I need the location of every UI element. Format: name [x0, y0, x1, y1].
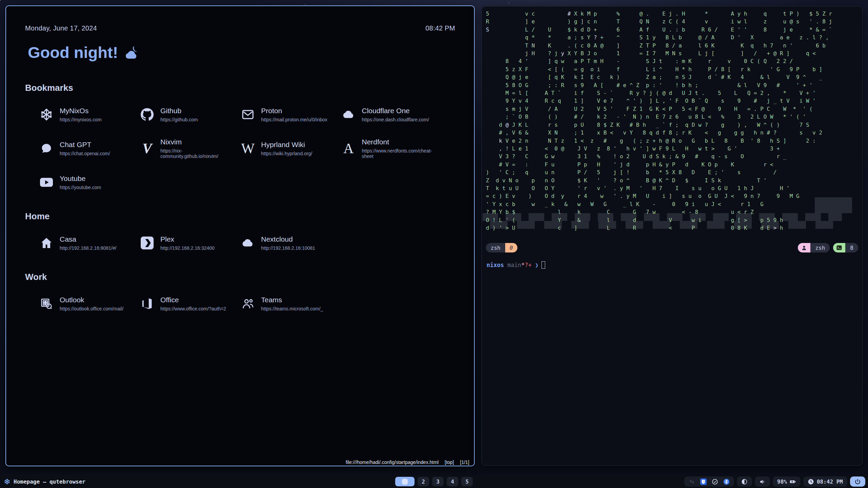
bookmark-url: http://192.168.2.16:8081/#/: [60, 245, 116, 251]
github-icon: [139, 107, 155, 122]
wallpaper-stars: [0, 0, 1, 1]
bluetooth-icon[interactable]: [723, 479, 730, 485]
wikipedia-icon: W: [240, 141, 256, 156]
clock-text: 08:42 PM: [817, 479, 843, 485]
bookmark-url: https://www.nerdfonts.com/cheat-sheet: [362, 148, 441, 159]
bookmark-url: https://youtube.com: [60, 185, 101, 190]
bookmark-link[interactable]: Outlook https://outlook.office.com/mail/: [39, 296, 139, 311]
section-title: Work: [25, 272, 455, 282]
bookmark-link[interactable]: Chat GPT https://chat.openai.com/: [39, 138, 139, 159]
bookmark-link[interactable]: A Nerdfont https://www.nerdfonts.com/che…: [341, 138, 441, 159]
volume-module[interactable]: [755, 476, 770, 487]
waybar-window-title: Homepage — qutebrowser: [14, 479, 85, 485]
startpage-section: Home Casa http://192.168.2.16:8081/#/ Pl…: [25, 211, 455, 251]
workspace-5[interactable]: 5: [461, 477, 473, 486]
battery-module[interactable]: 98%: [773, 476, 801, 487]
bookmark-url: http://192.168.2.16:10081: [261, 245, 315, 251]
terminal-icon: [836, 245, 842, 251]
outlook-icon: [39, 296, 54, 311]
section-title: Home: [25, 211, 455, 222]
workspace-3[interactable]: 3: [432, 477, 444, 486]
tmux-session-name[interactable]: zsh: [486, 243, 505, 252]
teams-icon: [240, 296, 256, 311]
bookmark-link[interactable]: Casa http://192.168.2.16:8081/#/: [39, 235, 139, 251]
youtube-icon: [39, 175, 54, 190]
bookmark-name: Teams: [261, 296, 323, 304]
section-title: Bookmarks: [25, 83, 455, 93]
prompt-host: nixos: [487, 262, 504, 268]
qutebrowser-statusbar: file:///home/hadi/.config/startpage/inde…: [346, 460, 469, 465]
bookmark-name: Nerdfont: [362, 138, 441, 146]
home-icon: [39, 235, 54, 251]
chat-bubble-icon: [39, 141, 54, 156]
startpage-date: Monday, June 17, 2024: [25, 24, 97, 32]
tmux-terminal-segment: [833, 243, 845, 252]
startpage-section: Bookmarks MyNixOs https://mynixos.com Gi…: [25, 83, 455, 190]
bookmark-name: Cloudflare One: [362, 107, 429, 115]
prompt-git-question: ?: [525, 262, 528, 268]
bookmark-name: MyNixOs: [60, 107, 102, 115]
bookmark-link[interactable]: V Nixvim https://nix-community.github.io…: [139, 138, 240, 159]
bookmark-link[interactable]: MyNixOs https://mynixos.com: [39, 107, 139, 122]
user-icon: [801, 245, 807, 251]
bookmark-name: Casa: [60, 235, 116, 243]
cloud-icon: [240, 235, 256, 251]
workspace-1-active[interactable]: [395, 477, 415, 486]
bookmark-name: Youtube: [60, 175, 101, 183]
tmux-window-count: 8: [845, 243, 858, 252]
power-icon: [854, 479, 861, 485]
greeting: Good night!: [28, 43, 455, 62]
bitwarden-icon[interactable]: [700, 479, 707, 485]
prompt-git-plus: +: [528, 262, 532, 268]
bookmark-name: Nextcloud: [261, 235, 315, 243]
workspace-2[interactable]: 2: [418, 477, 429, 486]
tmux-window-index[interactable]: 0: [505, 243, 517, 252]
bookmark-url: https://nix-community.github.io/nixvim/: [160, 148, 240, 159]
link-grid: MyNixOs https://mynixos.com Github https…: [39, 107, 455, 190]
bookmark-link[interactable]: Plex http://192.168.2.16:32400: [139, 235, 240, 251]
startpage-section: Work Outlook https://outlook.office.com/…: [25, 272, 455, 311]
tmux-user-segment: [798, 243, 810, 252]
bookmark-url: http://192.168.2.16:32400: [160, 245, 215, 251]
terminal-window: 5 v c # X k M p % @ . E j . H * A y h q …: [481, 6, 863, 466]
bookmark-link[interactable]: Nextcloud http://192.168.2.16:10081: [240, 235, 341, 251]
bookmark-link[interactable]: W Hyprland Wiki https://wiki.hyprland.or…: [240, 138, 341, 159]
bookmark-link[interactable]: Proton https://mail.proton.me/u/0/inbox: [240, 107, 341, 122]
bookmark-url: https://one.dash.cloudflare.com/: [362, 117, 429, 122]
waybar-window-title-module: Homepage — qutebrowser: [4, 479, 85, 485]
night-light-module[interactable]: [737, 476, 752, 487]
prompt-arrow: ❯: [535, 262, 538, 268]
kdeconnect-icon[interactable]: [689, 479, 695, 485]
moon-cloud-icon: [123, 46, 140, 59]
bookmark-url: https://outlook.office.com/mail/: [60, 306, 123, 311]
workspace-4[interactable]: 4: [447, 477, 458, 486]
greeting-text: Good night!: [28, 43, 118, 62]
mail-icon: [240, 107, 256, 122]
statusbar-scroll-position: [top]: [445, 460, 454, 465]
bookmark-url: https://www.office.com/?auth=2: [160, 306, 226, 311]
active-workspace-indicator: [402, 479, 408, 485]
bookmark-link[interactable]: Office https://www.office.com/?auth=2: [139, 296, 240, 311]
nixos-snowflake-icon: [39, 107, 54, 122]
bookmark-url: https://chat.openai.com/: [60, 151, 110, 156]
bookmark-link[interactable]: Cloudflare One https://one.dash.cloudfla…: [341, 107, 441, 122]
cloud-icon: [341, 107, 356, 122]
bookmark-link[interactable]: Github https://github.com: [139, 107, 240, 122]
vim-icon: V: [139, 141, 155, 156]
contrast-icon: [741, 479, 748, 485]
tmux-statusbar: zsh 0 zsh: [486, 243, 858, 253]
shell-prompt[interactable]: nixos main * ? + ❯: [487, 261, 545, 269]
bookmark-link[interactable]: Youtube https://youtube.com: [39, 175, 139, 190]
bookmark-name: Hyprland Wiki: [261, 141, 312, 149]
bookmark-name: Github: [160, 107, 198, 115]
startpage-sections: Bookmarks MyNixOs https://mynixos.com Gi…: [25, 83, 455, 311]
clock-module[interactable]: 08:42 PM: [803, 476, 847, 487]
bookmark-link[interactable]: Teams https://teams.microsoft.com/_: [240, 296, 341, 311]
bookmark-name: Chat GPT: [60, 141, 110, 149]
bookmark-url: https://mynixos.com: [60, 117, 102, 122]
bookmark-name: Nixvim: [160, 138, 240, 146]
battery-charging-icon: [790, 479, 796, 485]
tmux-shell-label: zsh: [810, 243, 830, 252]
check-circle-icon[interactable]: [712, 479, 718, 485]
power-button[interactable]: [850, 476, 865, 487]
